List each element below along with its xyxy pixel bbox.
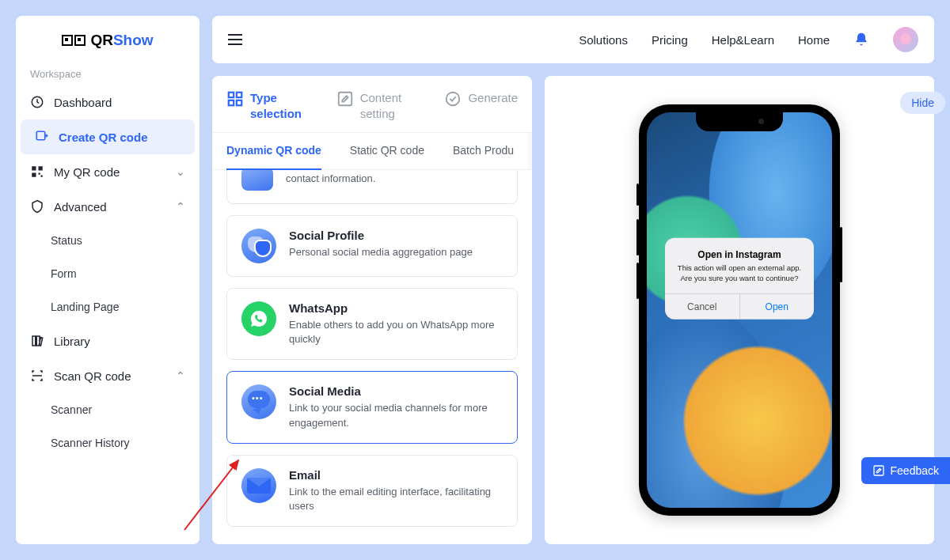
sidebar-label: My QR code bbox=[54, 165, 120, 179]
svg-rect-9 bbox=[229, 100, 234, 105]
svg-rect-14 bbox=[874, 466, 884, 475]
card-title: Email bbox=[289, 468, 503, 482]
svg-rect-6 bbox=[41, 176, 43, 177]
grid-icon bbox=[226, 90, 244, 108]
card-desc: Link to your social media channels for m… bbox=[289, 401, 503, 429]
tab-static[interactable]: Static QR code bbox=[336, 133, 439, 169]
sidebar-label: Library bbox=[54, 335, 90, 348]
dialog-title: Open in Instagram bbox=[674, 249, 804, 260]
qr-logo-icon bbox=[62, 35, 86, 46]
sidebar-item-scan[interactable]: Scan QR code ⌃ bbox=[16, 358, 200, 393]
nav-help[interactable]: Help&Learn bbox=[712, 33, 774, 47]
library-icon bbox=[30, 334, 44, 348]
contact-icon bbox=[241, 170, 273, 191]
scan-icon bbox=[30, 369, 44, 383]
nav-home[interactable]: Home bbox=[798, 33, 830, 47]
hide-preview-button[interactable]: Hide bbox=[900, 92, 945, 114]
svg-rect-2 bbox=[32, 166, 36, 170]
wizard-steps: Type selection Content setting Generate bbox=[212, 87, 532, 132]
type-card-whatsapp[interactable]: WhatsApp Enable others to add you on Wha… bbox=[226, 288, 518, 360]
card-title: WhatsApp bbox=[289, 301, 503, 315]
svg-rect-3 bbox=[39, 166, 43, 170]
dashboard-icon bbox=[30, 95, 44, 109]
sidebar-sub-scanner-history[interactable]: Scanner History bbox=[16, 426, 200, 460]
edit-icon bbox=[336, 90, 354, 108]
check-circle-icon bbox=[444, 90, 462, 108]
topbar-nav: Solutions Pricing Help&Learn Home bbox=[579, 27, 918, 52]
sidebar-label: Dashboard bbox=[54, 96, 112, 109]
sidebar-label: Scan QR code bbox=[54, 369, 131, 383]
svg-rect-8 bbox=[237, 93, 241, 97]
card-title: Social Profile bbox=[289, 229, 473, 242]
svg-rect-10 bbox=[237, 100, 241, 105]
card-desc: contact information. bbox=[286, 172, 375, 186]
logo-text: QRShow bbox=[90, 32, 153, 49]
sidebar-sub-form[interactable]: Form bbox=[16, 257, 200, 290]
svg-rect-11 bbox=[338, 93, 352, 106]
confirmation-dialog: Open in Instagram This action will open … bbox=[665, 238, 814, 320]
sidebar-item-advanced[interactable]: Advanced ⌃ bbox=[16, 189, 200, 224]
logo[interactable]: QRShow bbox=[16, 25, 200, 63]
nav-solutions[interactable]: Solutions bbox=[579, 33, 628, 47]
nav-pricing[interactable]: Pricing bbox=[652, 33, 688, 47]
workspace-label: Workspace bbox=[16, 63, 200, 85]
social-media-icon bbox=[241, 384, 276, 419]
tab-batch[interactable]: Batch Produ bbox=[439, 133, 528, 169]
type-card-social-media[interactable]: Social Media Link to your social media c… bbox=[226, 371, 518, 443]
bell-icon[interactable] bbox=[853, 32, 869, 47]
dialog-cancel-button[interactable]: Cancel bbox=[665, 293, 740, 319]
svg-rect-5 bbox=[39, 173, 40, 175]
sidebar-item-library[interactable]: Library bbox=[16, 324, 200, 358]
card-desc: Enable others to add you on WhatsApp mor… bbox=[289, 318, 503, 346]
type-card-contact[interactable]: contact information. bbox=[226, 170, 518, 204]
phone-mockup: Open in Instagram This action will open … bbox=[639, 104, 840, 516]
chevron-up-icon: ⌃ bbox=[176, 369, 185, 382]
sidebar-sub-scanner[interactable]: Scanner bbox=[16, 393, 200, 426]
sidebar-item-dashboard[interactable]: Dashboard bbox=[16, 85, 200, 119]
sidebar-label: Advanced bbox=[54, 200, 107, 214]
sidebar-item-my-qr[interactable]: My QR code ⌄ bbox=[16, 154, 200, 189]
card-desc: Link to the email editing interface, fac… bbox=[289, 485, 503, 513]
sidebar-label: Create QR code bbox=[59, 131, 148, 144]
svg-rect-7 bbox=[229, 93, 234, 97]
create-qr-icon bbox=[35, 130, 49, 144]
sidebar-sub-status[interactable]: Status bbox=[16, 224, 200, 257]
step-type-selection[interactable]: Type selection bbox=[226, 90, 313, 121]
my-qr-icon bbox=[30, 165, 44, 179]
type-card-email[interactable]: Email Link to the email editing interfac… bbox=[226, 455, 518, 527]
chevron-down-icon: ⌄ bbox=[176, 165, 185, 178]
avatar[interactable] bbox=[893, 27, 918, 52]
card-title: Social Media bbox=[289, 384, 503, 398]
topbar: Solutions Pricing Help&Learn Home bbox=[212, 16, 934, 63]
svg-rect-4 bbox=[32, 173, 36, 177]
feedback-button[interactable]: Feedback bbox=[861, 457, 950, 484]
sidebar-item-create-qr[interactable]: Create QR code bbox=[21, 119, 195, 154]
type-selection-panel: Type selection Content setting Generate bbox=[212, 76, 532, 544]
dialog-open-button[interactable]: Open bbox=[740, 293, 815, 319]
svg-point-12 bbox=[446, 93, 460, 106]
type-cards-list[interactable]: contact information. Social Profile Pers… bbox=[212, 170, 532, 544]
step-generate[interactable]: Generate bbox=[444, 90, 518, 121]
social-profile-icon bbox=[241, 229, 276, 263]
whatsapp-icon bbox=[241, 301, 276, 336]
sidebar: QRShow Workspace Dashboard Create QR cod… bbox=[16, 16, 200, 544]
dialog-message: This action will open an external app.Ar… bbox=[674, 263, 804, 284]
tabs-scroll-right[interactable]: › bbox=[528, 133, 532, 169]
step-content-setting[interactable]: Content setting bbox=[336, 90, 421, 121]
card-desc: Personal social media aggregation page bbox=[289, 245, 473, 259]
phone-notch bbox=[696, 112, 783, 131]
email-icon bbox=[241, 468, 276, 503]
phone-screen: Open in Instagram This action will open … bbox=[647, 112, 832, 508]
type-card-social-profile[interactable]: Social Profile Personal social media agg… bbox=[226, 215, 518, 277]
sidebar-sub-landing[interactable]: Landing Page bbox=[16, 290, 200, 324]
edit-square-icon bbox=[872, 464, 885, 477]
advanced-icon bbox=[30, 199, 44, 214]
tab-dynamic[interactable]: Dynamic QR code bbox=[212, 133, 336, 169]
chevron-up-icon: ⌃ bbox=[176, 200, 185, 213]
hamburger-icon[interactable] bbox=[228, 34, 242, 45]
svg-rect-1 bbox=[36, 131, 45, 140]
qr-type-tabs: Dynamic QR code Static QR code Batch Pro… bbox=[212, 132, 532, 170]
